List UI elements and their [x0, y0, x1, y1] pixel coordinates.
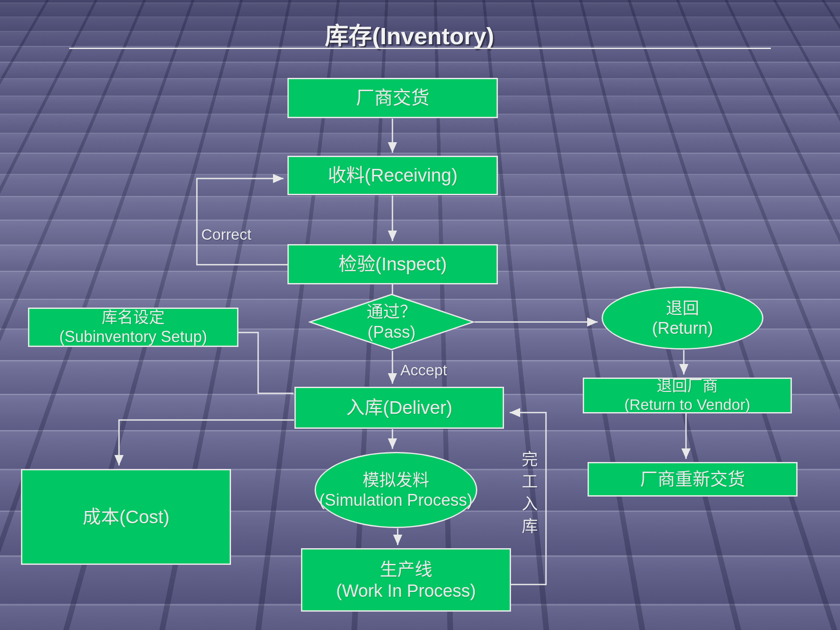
node-vendor-delivery: 厂商交货: [287, 78, 498, 118]
node-return: 退回 (Return): [602, 287, 763, 350]
edge-label-correct: Correct: [201, 226, 252, 243]
node-return-to-vendor-line1: 退回厂商: [657, 377, 718, 396]
edge-label-finish-to-stock: 完工入库: [516, 451, 540, 547]
node-subinventory-line1: 库名设定: [102, 308, 164, 327]
node-simulation-line2: (Simulation Process): [319, 490, 473, 510]
node-return-line1: 退回: [666, 298, 699, 318]
slide-title: 库存(Inventory): [68, 17, 751, 51]
node-return-to-vendor-line2: (Return to Vendor): [624, 396, 750, 414]
node-subinventory-line2: (Subinventory Setup): [59, 327, 207, 346]
node-cost-label: 成本(Cost): [83, 506, 169, 528]
node-vendor-delivery-label: 厂商交货: [356, 87, 429, 109]
node-work-in-process: 生产线 (Work In Process): [301, 548, 511, 612]
node-return-line2: (Return): [652, 318, 713, 338]
node-pass-decision: 通过？ (Pass): [308, 294, 475, 350]
node-deliver: 入库(Deliver): [294, 387, 504, 429]
node-deliver-label: 入库(Deliver): [346, 396, 452, 419]
node-pass-line2: (Pass): [368, 322, 416, 343]
node-return-to-vendor: 退回厂商 (Return to Vendor): [583, 378, 792, 413]
node-receiving-label: 收料(Receiving): [328, 164, 457, 186]
title-underline: [69, 48, 771, 49]
node-wip-line1: 生产线: [380, 559, 432, 580]
node-receiving: 收料(Receiving): [287, 156, 498, 195]
edge-label-accept: Accept: [400, 361, 447, 379]
node-pass-line1: 通过？: [367, 301, 416, 322]
node-inspect-label: 检验(Inspect): [339, 253, 447, 275]
node-inspect: 检验(Inspect): [287, 244, 498, 284]
node-cost: 成本(Cost): [21, 469, 231, 565]
node-vendor-redelivery-label: 厂商重新交货: [640, 469, 745, 490]
node-vendor-redelivery: 厂商重新交货: [588, 462, 798, 497]
node-wip-line2: (Work In Process): [336, 580, 476, 602]
node-simulation-process: 模拟发料 (Simulation Process): [315, 452, 477, 528]
node-simulation-line1: 模拟发料: [363, 470, 429, 490]
node-subinventory-setup: 库名设定 (Subinventory Setup): [28, 308, 238, 347]
